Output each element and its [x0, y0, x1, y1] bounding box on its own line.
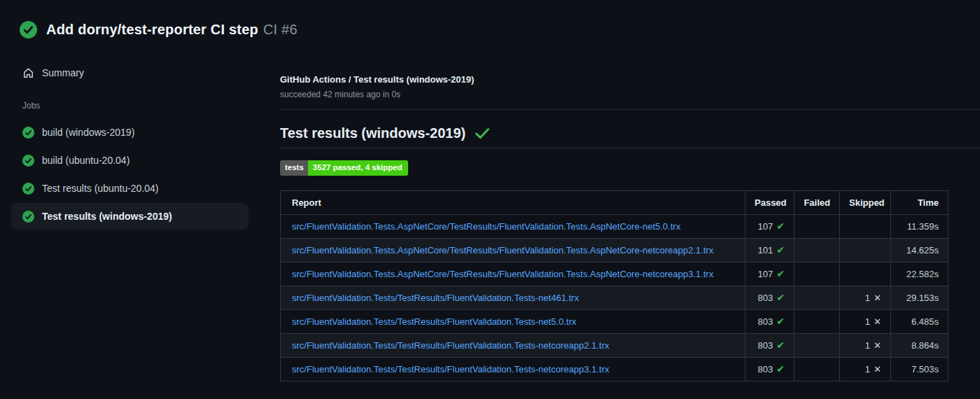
passed-check-icon: ✔	[776, 221, 785, 231]
passed-count: 803	[758, 363, 774, 375]
passed-cell: 803✔	[746, 309, 794, 333]
passed-check-icon: ✔	[776, 364, 785, 374]
sidebar-item-job[interactable]: build (windows-2019)	[11, 119, 248, 146]
report-link[interactable]: src/FluentValidation.Tests.AspNetCore/Te…	[292, 245, 713, 255]
sidebar-item-job[interactable]: Test results (windows-2019)	[11, 203, 248, 230]
sidebar-item-summary[interactable]: Summary	[11, 59, 248, 86]
sidebar-item-label: Summary	[42, 66, 84, 79]
main-content: GitHub Actions / Test results (windows-2…	[280, 59, 980, 382]
run-header: Add dorny/test-reporter CI stepCI #6	[0, 0, 980, 38]
passed-check-icon: ✔	[776, 340, 785, 350]
column-header-passed: Passed	[746, 190, 794, 214]
report-link[interactable]: src/FluentValidation.Tests.AspNetCore/Te…	[292, 221, 680, 232]
job-success-icon	[22, 155, 34, 167]
time-cell: 22.582s	[891, 262, 948, 286]
check-breadcrumb: GitHub Actions / Test results (windows-2…	[280, 74, 980, 85]
skipped-cell	[840, 262, 891, 286]
job-success-icon	[22, 211, 34, 223]
section-title: Test results (windows-2019)	[280, 124, 465, 142]
passed-count: 107	[758, 220, 774, 232]
run-title-text: Add dorny/test-reporter CI step	[46, 22, 258, 37]
failed-cell	[794, 262, 840, 286]
time-cell: 29.153s	[891, 286, 948, 309]
sidebar-item-job[interactable]: build (ubuntu-20.04)	[11, 147, 248, 174]
report-link[interactable]: src/FluentValidation.Tests/TestResults/F…	[292, 364, 609, 374]
job-label: build (windows-2019)	[42, 126, 134, 139]
skipped-count: 1	[865, 340, 870, 351]
time-cell: 14.625s	[891, 238, 948, 262]
skipped-count: 1	[865, 292, 870, 304]
skipped-cell: 1✕	[840, 333, 891, 357]
time-cell: 6.485s	[891, 309, 948, 333]
jobs-list: build (windows-2019)build (ubuntu-20.04)…	[11, 119, 280, 230]
failed-cell	[794, 309, 840, 333]
report-cell: src/FluentValidation.Tests.AspNetCore/Te…	[281, 238, 746, 262]
report-cell: src/FluentValidation.Tests/TestResults/F…	[281, 333, 746, 357]
report-cell: src/FluentValidation.Tests/TestResults/F…	[281, 309, 746, 333]
table-row: src/FluentValidation.Tests/TestResults/F…	[281, 286, 948, 309]
table-row: src/FluentValidation.Tests.AspNetCore/Te…	[281, 238, 948, 262]
failed-cell	[794, 214, 840, 238]
passed-check-icon: ✔	[776, 269, 785, 279]
passed-count: 803	[758, 292, 774, 304]
skipped-cell: 1✕	[840, 286, 891, 309]
table-header-row: Report Passed Failed Skipped Time	[281, 190, 948, 214]
job-label: build (ubuntu-20.04)	[42, 154, 130, 167]
passed-count: 107	[758, 268, 774, 280]
job-label: Test results (windows-2019)	[42, 210, 172, 223]
jobs-section-label: Jobs	[22, 101, 280, 111]
job-label: Test results (ubuntu-20.04)	[42, 182, 159, 195]
skipped-x-icon: ✕	[874, 317, 881, 326]
skipped-x-icon: ✕	[874, 293, 881, 302]
passed-check-icon: ✔	[776, 293, 785, 302]
time-cell: 11.359s	[891, 214, 948, 238]
table-row: src/FluentValidation.Tests/TestResults/F…	[281, 333, 948, 357]
section-heading-row: Test results (windows-2019)	[280, 124, 980, 142]
skipped-x-icon: ✕	[874, 365, 881, 374]
failed-cell	[794, 333, 840, 357]
report-link[interactable]: src/FluentValidation.Tests.AspNetCore/Te…	[292, 269, 713, 279]
job-success-icon	[22, 127, 34, 139]
home-icon	[22, 67, 34, 79]
workflow-run-page: Add dorny/test-reporter CI stepCI #6 Sum…	[0, 0, 980, 399]
skipped-count: 1	[865, 363, 870, 375]
skipped-cell	[840, 214, 891, 238]
time-cell: 7.503s	[891, 357, 948, 381]
skipped-count: 1	[865, 316, 870, 328]
passed-check-icon: ✔	[776, 245, 785, 255]
page-body: Summary Jobs build (windows-2019)build (…	[0, 59, 980, 382]
report-cell: src/FluentValidation.Tests.AspNetCore/Te…	[281, 214, 746, 238]
divider	[280, 148, 980, 148]
run-success-icon	[20, 21, 37, 38]
skipped-cell: 1✕	[840, 309, 891, 333]
badge-value: 3527 passed, 4 skipped	[308, 160, 408, 176]
report-link[interactable]: src/FluentValidation.Tests/TestResults/F…	[292, 316, 576, 327]
passed-cell: 803✔	[746, 286, 794, 309]
passed-count: 803	[758, 316, 774, 328]
report-cell: src/FluentValidation.Tests.AspNetCore/Te…	[281, 262, 746, 286]
sidebar-item-job[interactable]: Test results (ubuntu-20.04)	[11, 175, 248, 202]
skipped-cell	[840, 238, 891, 262]
job-success-icon	[22, 183, 34, 195]
table-row: src/FluentValidation.Tests/TestResults/F…	[281, 357, 948, 381]
run-status-line: succeeded 42 minutes ago in 0s	[280, 89, 980, 100]
failed-cell	[794, 357, 840, 381]
skipped-cell: 1✕	[840, 357, 891, 381]
report-link[interactable]: src/FluentValidation.Tests/TestResults/F…	[292, 293, 579, 303]
failed-cell	[794, 238, 840, 262]
column-header-report: Report	[281, 190, 746, 214]
report-link[interactable]: src/FluentValidation.Tests/TestResults/F…	[292, 340, 609, 351]
table-row: src/FluentValidation.Tests/TestResults/F…	[281, 309, 948, 333]
passed-count: 803	[758, 340, 774, 351]
test-results-table: Report Passed Failed Skipped Time src/Fl…	[280, 190, 948, 382]
passed-cell: 803✔	[746, 333, 794, 357]
success-check-icon	[475, 127, 490, 139]
sidebar: Summary Jobs build (windows-2019)build (…	[0, 59, 280, 231]
passed-cell: 107✔	[746, 214, 794, 238]
report-cell: src/FluentValidation.Tests/TestResults/F…	[281, 357, 746, 381]
divider	[280, 109, 980, 110]
passed-cell: 803✔	[746, 357, 794, 381]
passed-cell: 107✔	[746, 262, 794, 286]
column-header-skipped: Skipped	[840, 190, 891, 214]
passed-check-icon: ✔	[776, 316, 785, 326]
